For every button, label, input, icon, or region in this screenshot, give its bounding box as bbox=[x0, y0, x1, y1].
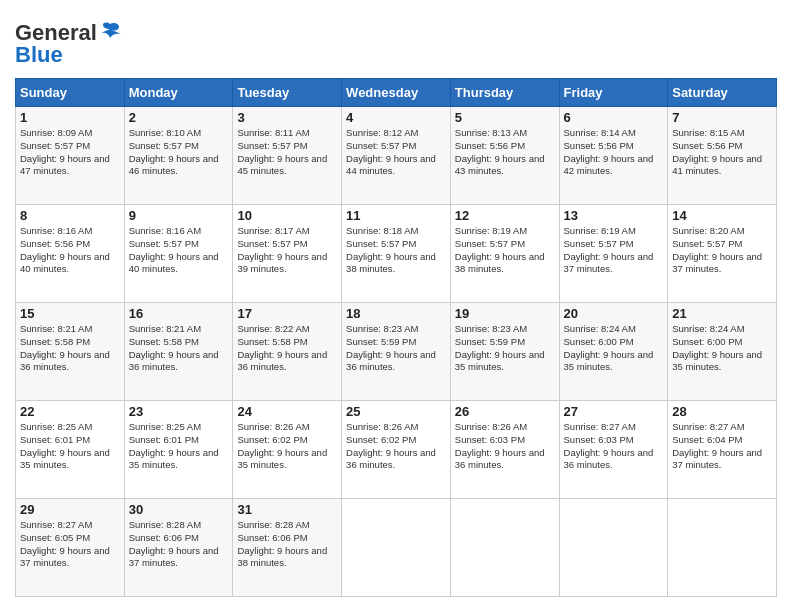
day-number: 29 bbox=[20, 502, 120, 517]
day-cell: 2Sunrise: 8:10 AMSunset: 5:57 PMDaylight… bbox=[124, 107, 233, 205]
day-number: 22 bbox=[20, 404, 120, 419]
day-info: Sunrise: 8:15 AMSunset: 5:56 PMDaylight:… bbox=[672, 127, 762, 176]
day-cell: 28Sunrise: 8:27 AMSunset: 6:04 PMDayligh… bbox=[668, 401, 777, 499]
day-cell: 6Sunrise: 8:14 AMSunset: 5:56 PMDaylight… bbox=[559, 107, 668, 205]
day-cell: 8Sunrise: 8:16 AMSunset: 5:56 PMDaylight… bbox=[16, 205, 125, 303]
day-cell bbox=[450, 499, 559, 597]
day-cell: 15Sunrise: 8:21 AMSunset: 5:58 PMDayligh… bbox=[16, 303, 125, 401]
week-row-5: 29Sunrise: 8:27 AMSunset: 6:05 PMDayligh… bbox=[16, 499, 777, 597]
day-number: 15 bbox=[20, 306, 120, 321]
day-info: Sunrise: 8:23 AMSunset: 5:59 PMDaylight:… bbox=[346, 323, 436, 372]
day-cell: 29Sunrise: 8:27 AMSunset: 6:05 PMDayligh… bbox=[16, 499, 125, 597]
day-number: 4 bbox=[346, 110, 446, 125]
day-info: Sunrise: 8:20 AMSunset: 5:57 PMDaylight:… bbox=[672, 225, 762, 274]
day-info: Sunrise: 8:18 AMSunset: 5:57 PMDaylight:… bbox=[346, 225, 436, 274]
day-info: Sunrise: 8:27 AMSunset: 6:05 PMDaylight:… bbox=[20, 519, 110, 568]
day-info: Sunrise: 8:24 AMSunset: 6:00 PMDaylight:… bbox=[672, 323, 762, 372]
weekday-header-row: Sunday Monday Tuesday Wednesday Thursday… bbox=[16, 79, 777, 107]
day-info: Sunrise: 8:26 AMSunset: 6:02 PMDaylight:… bbox=[346, 421, 436, 470]
day-info: Sunrise: 8:13 AMSunset: 5:56 PMDaylight:… bbox=[455, 127, 545, 176]
day-cell: 31Sunrise: 8:28 AMSunset: 6:06 PMDayligh… bbox=[233, 499, 342, 597]
day-number: 14 bbox=[672, 208, 772, 223]
day-info: Sunrise: 8:21 AMSunset: 5:58 PMDaylight:… bbox=[20, 323, 110, 372]
day-number: 18 bbox=[346, 306, 446, 321]
day-number: 26 bbox=[455, 404, 555, 419]
day-info: Sunrise: 8:17 AMSunset: 5:57 PMDaylight:… bbox=[237, 225, 327, 274]
day-info: Sunrise: 8:11 AMSunset: 5:57 PMDaylight:… bbox=[237, 127, 327, 176]
day-info: Sunrise: 8:14 AMSunset: 5:56 PMDaylight:… bbox=[564, 127, 654, 176]
day-info: Sunrise: 8:27 AMSunset: 6:04 PMDaylight:… bbox=[672, 421, 762, 470]
header-friday: Friday bbox=[559, 79, 668, 107]
day-info: Sunrise: 8:25 AMSunset: 6:01 PMDaylight:… bbox=[129, 421, 219, 470]
day-number: 13 bbox=[564, 208, 664, 223]
day-info: Sunrise: 8:21 AMSunset: 5:58 PMDaylight:… bbox=[129, 323, 219, 372]
day-info: Sunrise: 8:23 AMSunset: 5:59 PMDaylight:… bbox=[455, 323, 545, 372]
day-cell: 30Sunrise: 8:28 AMSunset: 6:06 PMDayligh… bbox=[124, 499, 233, 597]
day-number: 1 bbox=[20, 110, 120, 125]
day-cell: 5Sunrise: 8:13 AMSunset: 5:56 PMDaylight… bbox=[450, 107, 559, 205]
day-cell: 1Sunrise: 8:09 AMSunset: 5:57 PMDaylight… bbox=[16, 107, 125, 205]
day-number: 7 bbox=[672, 110, 772, 125]
day-cell: 7Sunrise: 8:15 AMSunset: 5:56 PMDaylight… bbox=[668, 107, 777, 205]
day-cell: 14Sunrise: 8:20 AMSunset: 5:57 PMDayligh… bbox=[668, 205, 777, 303]
day-number: 6 bbox=[564, 110, 664, 125]
day-number: 10 bbox=[237, 208, 337, 223]
header: General Blue bbox=[15, 15, 777, 68]
week-row-1: 1Sunrise: 8:09 AMSunset: 5:57 PMDaylight… bbox=[16, 107, 777, 205]
day-number: 8 bbox=[20, 208, 120, 223]
day-number: 28 bbox=[672, 404, 772, 419]
day-cell: 27Sunrise: 8:27 AMSunset: 6:03 PMDayligh… bbox=[559, 401, 668, 499]
day-number: 17 bbox=[237, 306, 337, 321]
week-row-3: 15Sunrise: 8:21 AMSunset: 5:58 PMDayligh… bbox=[16, 303, 777, 401]
week-row-4: 22Sunrise: 8:25 AMSunset: 6:01 PMDayligh… bbox=[16, 401, 777, 499]
day-number: 23 bbox=[129, 404, 229, 419]
header-wednesday: Wednesday bbox=[342, 79, 451, 107]
day-number: 24 bbox=[237, 404, 337, 419]
day-cell: 26Sunrise: 8:26 AMSunset: 6:03 PMDayligh… bbox=[450, 401, 559, 499]
day-info: Sunrise: 8:26 AMSunset: 6:03 PMDaylight:… bbox=[455, 421, 545, 470]
header-saturday: Saturday bbox=[668, 79, 777, 107]
day-cell: 4Sunrise: 8:12 AMSunset: 5:57 PMDaylight… bbox=[342, 107, 451, 205]
day-number: 5 bbox=[455, 110, 555, 125]
day-info: Sunrise: 8:27 AMSunset: 6:03 PMDaylight:… bbox=[564, 421, 654, 470]
day-number: 19 bbox=[455, 306, 555, 321]
day-cell: 11Sunrise: 8:18 AMSunset: 5:57 PMDayligh… bbox=[342, 205, 451, 303]
day-cell: 16Sunrise: 8:21 AMSunset: 5:58 PMDayligh… bbox=[124, 303, 233, 401]
day-number: 2 bbox=[129, 110, 229, 125]
day-cell: 23Sunrise: 8:25 AMSunset: 6:01 PMDayligh… bbox=[124, 401, 233, 499]
day-cell: 3Sunrise: 8:11 AMSunset: 5:57 PMDaylight… bbox=[233, 107, 342, 205]
day-number: 31 bbox=[237, 502, 337, 517]
day-number: 11 bbox=[346, 208, 446, 223]
day-cell: 10Sunrise: 8:17 AMSunset: 5:57 PMDayligh… bbox=[233, 205, 342, 303]
day-info: Sunrise: 8:19 AMSunset: 5:57 PMDaylight:… bbox=[455, 225, 545, 274]
day-number: 16 bbox=[129, 306, 229, 321]
header-sunday: Sunday bbox=[16, 79, 125, 107]
day-info: Sunrise: 8:22 AMSunset: 5:58 PMDaylight:… bbox=[237, 323, 327, 372]
logo-bird-icon bbox=[99, 20, 121, 42]
header-thursday: Thursday bbox=[450, 79, 559, 107]
day-cell: 21Sunrise: 8:24 AMSunset: 6:00 PMDayligh… bbox=[668, 303, 777, 401]
header-tuesday: Tuesday bbox=[233, 79, 342, 107]
day-info: Sunrise: 8:12 AMSunset: 5:57 PMDaylight:… bbox=[346, 127, 436, 176]
day-cell bbox=[668, 499, 777, 597]
day-number: 20 bbox=[564, 306, 664, 321]
page: General Blue Sunday Monday Tuesday Wedne… bbox=[0, 0, 792, 612]
day-info: Sunrise: 8:16 AMSunset: 5:56 PMDaylight:… bbox=[20, 225, 110, 274]
day-info: Sunrise: 8:09 AMSunset: 5:57 PMDaylight:… bbox=[20, 127, 110, 176]
day-cell: 12Sunrise: 8:19 AMSunset: 5:57 PMDayligh… bbox=[450, 205, 559, 303]
day-info: Sunrise: 8:10 AMSunset: 5:57 PMDaylight:… bbox=[129, 127, 219, 176]
day-info: Sunrise: 8:28 AMSunset: 6:06 PMDaylight:… bbox=[237, 519, 327, 568]
day-number: 25 bbox=[346, 404, 446, 419]
day-number: 30 bbox=[129, 502, 229, 517]
day-info: Sunrise: 8:24 AMSunset: 6:00 PMDaylight:… bbox=[564, 323, 654, 372]
day-cell: 20Sunrise: 8:24 AMSunset: 6:00 PMDayligh… bbox=[559, 303, 668, 401]
day-cell: 24Sunrise: 8:26 AMSunset: 6:02 PMDayligh… bbox=[233, 401, 342, 499]
logo: General Blue bbox=[15, 20, 121, 68]
day-cell bbox=[559, 499, 668, 597]
day-info: Sunrise: 8:16 AMSunset: 5:57 PMDaylight:… bbox=[129, 225, 219, 274]
day-number: 3 bbox=[237, 110, 337, 125]
day-cell bbox=[342, 499, 451, 597]
week-row-2: 8Sunrise: 8:16 AMSunset: 5:56 PMDaylight… bbox=[16, 205, 777, 303]
calendar-table: Sunday Monday Tuesday Wednesday Thursday… bbox=[15, 78, 777, 597]
day-cell: 18Sunrise: 8:23 AMSunset: 5:59 PMDayligh… bbox=[342, 303, 451, 401]
